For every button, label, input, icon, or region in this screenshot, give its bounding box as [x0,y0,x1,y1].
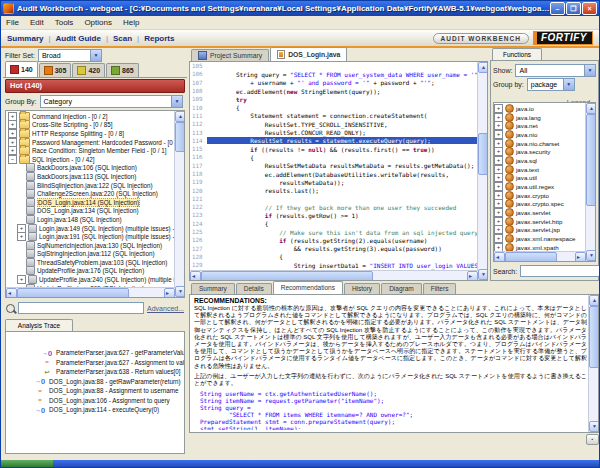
scrollbar-thumb[interactable] [586,114,596,206]
minimize-button[interactable]: – [550,2,565,15]
package-row[interactable]: +java.net [494,121,586,130]
issue-row[interactable]: +Login.java:191 (SQL Injection) (multipl… [6,232,175,241]
package-row[interactable]: +java.security [494,147,586,156]
package-row[interactable]: +javax.crypto.spec [494,200,586,209]
tab-recommendations[interactable]: Recommendations [273,281,343,294]
scroll-down-icon[interactable]: ▼ [478,269,488,280]
severity-tab-865[interactable]: 865 [106,63,139,77]
tab-summary[interactable]: Summary [191,283,235,294]
tab-history[interactable]: History [344,283,380,294]
expander-icon[interactable]: + [494,217,503,226]
issue-search-input[interactable] [18,302,144,314]
expander-icon[interactable]: + [494,104,503,113]
expander-icon[interactable]: + [494,191,503,200]
issue-category-row[interactable]: +Password Management: Hardcoded Password… [6,138,175,147]
expander-icon[interactable]: − [8,155,17,164]
severity-tab-420[interactable]: 420 [72,63,105,77]
expander-icon[interactable]: + [494,234,503,243]
trace-step[interactable]: →()DOS_Login.java:114 - executeQuery(0) [34,405,184,415]
issue-row[interactable]: DOS_Login.java:134 (SQL Injection) [6,207,175,216]
package-row[interactable]: +javax.servlet.http [494,217,586,226]
code-area[interactable]: 105 106 String query = "SELECT * FROM us… [190,62,478,271]
menu-file[interactable]: File [5,18,20,27]
expander-icon[interactable]: + [494,165,503,174]
tab-project-summary[interactable]: Project Summary [191,49,269,61]
scroll-down-icon[interactable]: ▼ [175,286,185,297]
tab-details[interactable]: Details [236,283,272,294]
trace-step[interactable]: =DOS_Login.java:106 - Assignment to quer… [34,396,184,406]
package-row[interactable]: +java.lang [494,113,586,122]
scroll-left-icon[interactable]: ◄ [6,288,17,298]
issue-category-row[interactable]: −SQL Injection - [0 / 42] [6,155,175,164]
scrollbar-thumb[interactable] [201,271,373,281]
tab-functions[interactable]: Functions [492,48,542,60]
expander-icon[interactable]: + [494,199,503,208]
issue-category-row[interactable]: +Race Condition: Singleton Member Field … [6,146,175,155]
scroll-left-icon[interactable]: ◄ [494,252,505,262]
functions-hscrollbar[interactable]: ◄ ► [494,251,586,261]
issue-row[interactable]: DOS_Login.java:114 (SQL Injection) [6,198,175,207]
expander-icon[interactable]: + [494,182,503,191]
editor-vscrollbar[interactable]: ▲ ▼ [477,62,487,280]
expander-icon[interactable]: + [494,173,503,182]
issue-row[interactable]: BlindSqlInjection.java:122 (SQL Injectio… [6,181,175,190]
scrollbar-thumb[interactable] [505,252,557,262]
scroll-left-icon[interactable]: ◄ [190,271,201,281]
severity-tab-140[interactable]: 140 [5,61,38,77]
tab-filters[interactable]: Filters [423,283,457,294]
trace-step[interactable]: ↩ParameterParser.java:638 - Return value… [41,367,184,377]
trace-step[interactable]: →()DOS_Login.java:88 - getRawParameter(r… [34,377,184,387]
expander-icon[interactable]: + [494,139,503,148]
code-editor[interactable]: 105 106 String query = "SELECT * FROM us… [189,61,488,281]
severity-tab-305[interactable]: 305 [39,63,72,77]
package-row[interactable]: +java.nio.charset [494,139,586,148]
package-row[interactable]: +java.util.regex [494,182,586,191]
package-row[interactable]: +java.io [494,104,586,113]
title-bar[interactable]: Audit Workbench - webgoat - [C:¥Document… [1,1,599,16]
package-row[interactable]: +java.sql [494,156,586,165]
show-select[interactable]: All ▼ [515,64,596,77]
package-row[interactable]: +javax.crypto [494,191,586,200]
scrollbar-thumb[interactable] [17,288,129,298]
expander-icon[interactable]: + [494,208,503,217]
menu-edit[interactable]: Edit [29,18,45,27]
issue-row[interactable]: BackDoors.java:106 (SQL Injection) [6,164,175,173]
expander-icon[interactable]: + [17,275,26,284]
issue-row[interactable]: UpdateProfile.java:176 (SQL Injection) [6,267,175,276]
menu-options[interactable]: Options [83,18,113,27]
close-button[interactable]: × [582,2,597,15]
expander-icon[interactable]: + [494,225,503,234]
scroll-down-icon[interactable]: ▼ [586,250,596,261]
menu-tools[interactable]: Tools [54,18,75,27]
tab-dos-login-java[interactable]: DOS_Login.java [270,47,347,61]
functions-search-input[interactable] [520,265,600,277]
issue-tree-hscrollbar[interactable]: ◄ ► [6,287,175,297]
toolbar-reports[interactable]: Reports [144,34,174,43]
scrollbar-thumb[interactable] [589,306,599,368]
expander-icon[interactable]: + [17,232,26,241]
expander-icon[interactable]: + [494,156,503,165]
toolbar-scan[interactable]: Scan [113,34,132,43]
group-by-select[interactable]: Category ▼ [40,95,183,108]
package-row[interactable]: +javax.servlet.jsp [494,226,586,235]
expander-icon[interactable]: + [494,147,503,156]
scrollbar-thumb[interactable] [175,122,185,152]
trace-step[interactable]: →()ParameterParser.java:627 - getParamet… [41,348,184,358]
issue-row[interactable]: SqlStringInjection.java:112 (SQL Injecti… [6,250,175,259]
issue-row[interactable]: ThreadSafetyProblem.java:103 (SQL Inject… [6,258,175,267]
editor-hscrollbar[interactable]: ◄ ► [190,270,478,280]
package-row[interactable]: +java.util [494,174,586,183]
menu-help[interactable]: Help [122,18,140,27]
restore-button[interactable]: ❐ [566,2,581,15]
scroll-up-icon[interactable]: ▲ [589,295,599,306]
issue-row[interactable]: +Login.java:149 (SQL Injection) (multipl… [6,224,175,233]
issue-row[interactable]: Login.java:148 (SQL Injection) [6,215,175,224]
scroll-right-icon[interactable]: ► [164,288,175,298]
tab-diagram[interactable]: Diagram [381,283,422,294]
scroll-right-icon[interactable]: ► [467,271,478,281]
panel-options-button[interactable]: ▪ [586,434,599,445]
package-row[interactable]: +java.text [494,165,586,174]
issue-row[interactable]: +UpdateProfile.java:240 (SQL Injection) … [6,275,175,284]
issue-tree-vscrollbar[interactable]: ▲ ▼ [174,111,184,297]
filter-set-select[interactable]: Broad ▼ [38,49,102,62]
